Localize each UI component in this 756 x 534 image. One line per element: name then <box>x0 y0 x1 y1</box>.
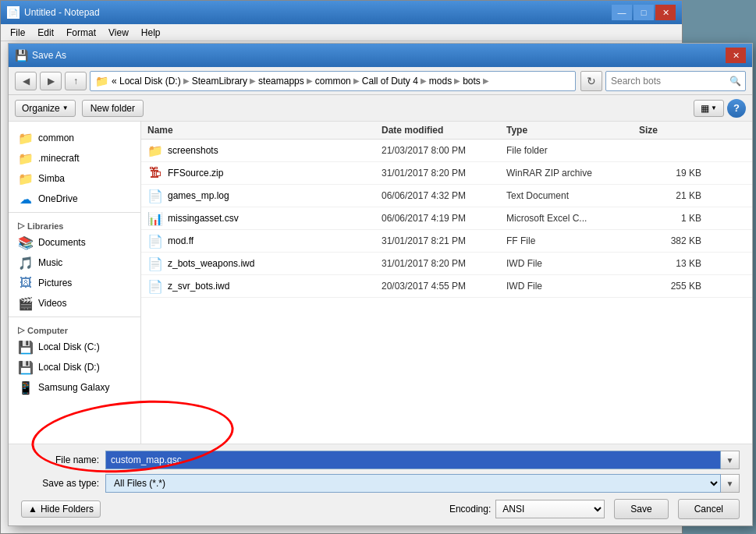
libraries-label: Libraries <box>27 221 63 231</box>
computer-expand-icon: ▷ <box>18 325 24 335</box>
folder-icon: 📁 <box>18 130 34 146</box>
sidebar-computer-section: ▷ Computer <box>9 320 140 337</box>
back-button[interactable]: ◀ <box>15 72 37 90</box>
sidebar-item-local-d[interactable]: 💾 Local Disk (D:) <box>9 357 140 377</box>
menu-help[interactable]: Help <box>135 26 167 40</box>
sidebar-item-common[interactable]: 📁 common <box>9 128 140 148</box>
new-folder-button[interactable]: New folder <box>82 100 144 117</box>
file-type-cell: FF File <box>506 235 639 246</box>
notepad-close-button[interactable]: ✕ <box>655 5 676 20</box>
breadcrumb-bar[interactable]: 📁 « Local Disk (D:) ▶ SteamLibrary ▶ ste… <box>90 71 576 91</box>
minimize-button[interactable]: — <box>612 5 632 20</box>
notepad-menubar: File Edit Format View Help <box>1 24 682 41</box>
sidebar-divider1 <box>9 212 140 213</box>
column-date[interactable]: Date modified <box>382 125 506 136</box>
file-type-cell: Microsoft Excel C... <box>506 213 639 224</box>
sidebar-item-label: Local Disk (C:) <box>38 341 100 352</box>
dialog-close-button[interactable]: ✕ <box>726 48 746 63</box>
filename-dropdown-button[interactable]: ▼ <box>721 451 740 469</box>
dialog-title: Save As <box>32 50 726 61</box>
sidebar-item-local-c[interactable]: 💾 Local Disk (C:) <box>9 337 140 357</box>
filename-row: File name: ▼ <box>21 451 740 469</box>
sidebar-item-samsung[interactable]: 📱 Samsung Galaxy <box>9 377 140 398</box>
file-date-cell: 31/01/2017 8:20 PM <box>382 168 506 179</box>
view-button[interactable]: ▦ ▼ <box>694 100 724 117</box>
file-icon: 🗜 <box>147 165 163 181</box>
file-type-cell: Text Document <box>506 190 639 201</box>
pictures-icon: 🖼 <box>18 275 34 291</box>
file-list: Name Date modified Type Size 📁 screensho… <box>141 122 752 444</box>
sidebar-divider2 <box>9 317 140 317</box>
hide-folders-button[interactable]: ▲ Hide Folders <box>21 500 101 518</box>
drive-d-icon: 💾 <box>18 359 34 375</box>
savetype-dropdown-button[interactable]: ▼ <box>721 474 740 493</box>
table-row[interactable]: 🗜 FFSource.zip 31/01/2017 8:20 PM WinRAR… <box>141 162 752 185</box>
sidebar-item-label: .minecraft <box>38 153 80 164</box>
cancel-button[interactable]: Cancel <box>678 499 740 519</box>
breadcrumb-sep1: ▶ <box>183 76 190 85</box>
sidebar-item-videos[interactable]: 🎬 Videos <box>9 293 140 313</box>
file-size-cell: 255 KB <box>639 281 701 292</box>
file-date-cell: 06/06/2017 4:19 PM <box>382 213 506 224</box>
sidebar-item-pictures[interactable]: 🖼 Pictures <box>9 273 140 293</box>
breadcrumb-part1: SteamLibrary <box>192 76 247 87</box>
menu-view[interactable]: View <box>102 26 135 40</box>
documents-icon: 📚 <box>18 235 34 250</box>
refresh-button[interactable]: ↻ <box>580 71 602 91</box>
breadcrumb-sep3: ▶ <box>307 76 313 85</box>
maximize-button[interactable]: □ <box>634 5 654 20</box>
filename-label: File name: <box>21 454 99 465</box>
organize-button[interactable]: Organize ▼ <box>15 100 76 117</box>
savetype-select[interactable]: All Files (*.*) Text Documents (*.txt) <box>105 474 721 493</box>
dialog-titlebar: 💾 Save As ✕ <box>9 44 752 67</box>
sidebar-item-onedrive[interactable]: ☁ OneDrive <box>9 189 140 209</box>
forward-button[interactable]: ▶ <box>40 72 62 90</box>
titlebar-buttons: — □ ✕ <box>612 5 676 20</box>
help-button[interactable]: ? <box>727 99 746 118</box>
search-input[interactable] <box>605 71 746 91</box>
breadcrumb-sep2: ▶ <box>250 76 256 85</box>
sidebar-item-music[interactable]: 🎵 Music <box>9 253 140 273</box>
hide-folders-label: Hide Folders <box>41 504 94 515</box>
table-row[interactable]: 📄 z_svr_bots.iwd 20/03/2017 4:55 PM IWD … <box>141 275 752 298</box>
filename-input[interactable] <box>105 451 721 469</box>
save-button[interactable]: Save <box>614 499 668 519</box>
file-type-cell: IWD File <box>506 281 639 292</box>
menu-file[interactable]: File <box>4 26 31 40</box>
sidebar-item-minecraft[interactable]: 📁 .minecraft <box>9 148 140 168</box>
folder-icon: 📁 <box>18 171 34 186</box>
sidebar-item-documents[interactable]: 📚 Documents <box>9 232 140 253</box>
menu-edit[interactable]: Edit <box>31 26 60 40</box>
cloud-icon: ☁ <box>18 191 34 207</box>
table-row[interactable]: 📁 screenshots 21/03/2017 8:00 PM File fo… <box>141 140 752 162</box>
column-type[interactable]: Type <box>506 125 639 136</box>
sidebar-item-simba[interactable]: 📁 Simba <box>9 168 140 189</box>
up-button[interactable]: ↑ <box>65 72 87 90</box>
file-name-cell: screenshots <box>168 145 382 156</box>
file-icon: 📊 <box>147 210 163 226</box>
breadcrumb-part4: Call of Duty 4 <box>362 76 418 87</box>
sidebar-libraries-section: ▷ Libraries <box>9 216 140 232</box>
file-name-cell: mod.ff <box>168 235 382 246</box>
table-row[interactable]: 📄 z_bots_weapons.iwd 31/01/2017 8:20 PM … <box>141 253 752 275</box>
breadcrumb-folder-icon: 📁 <box>95 75 108 87</box>
notepad-titlebar: 📄 Untitled - Notepad — □ ✕ <box>1 1 682 24</box>
breadcrumb-sep4: ▶ <box>353 76 360 85</box>
sidebar-item-label: Simba <box>38 173 65 184</box>
file-size-cell: 1 KB <box>639 213 701 224</box>
organize-chevron-icon: ▼ <box>62 104 69 111</box>
sidebar-item-label: OneDrive <box>38 193 78 204</box>
breadcrumb-sep7: ▶ <box>483 76 489 85</box>
table-row[interactable]: 📊 missingasset.csv 06/06/2017 4:19 PM Mi… <box>141 207 752 230</box>
encoding-select[interactable]: ANSI UTF-8 Unicode <box>495 500 605 518</box>
breadcrumb-root-label: Local Disk (D:) <box>119 76 181 87</box>
file-size-cell: 382 KB <box>639 235 701 246</box>
menu-format[interactable]: Format <box>60 26 102 40</box>
column-name[interactable]: Name <box>147 125 382 136</box>
table-row[interactable]: 📄 mod.ff 31/01/2017 8:21 PM FF File 382 … <box>141 230 752 253</box>
table-row[interactable]: 📄 games_mp.log 06/06/2017 4:32 PM Text D… <box>141 185 752 207</box>
column-size[interactable]: Size <box>639 125 701 136</box>
file-icon: 📄 <box>147 278 163 294</box>
organize-label: Organize <box>22 103 60 114</box>
sidebar-item-label: Documents <box>38 237 86 248</box>
